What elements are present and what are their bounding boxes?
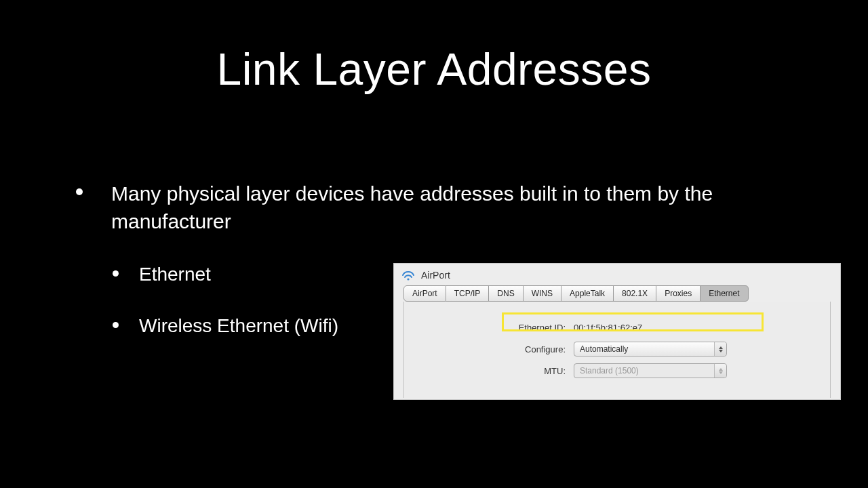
panel-header-label: AirPort	[421, 270, 450, 281]
tab-8021x[interactable]: 802.1X	[614, 285, 656, 302]
tab-dns[interactable]: DNS	[489, 285, 523, 302]
bullet-text-ethernet: Ethernet	[139, 262, 211, 287]
label-mtu: MTU:	[404, 366, 574, 376]
value-ethernet-id: 00:1f:5b:81:62:e7	[574, 323, 642, 333]
select-configure[interactable]: Automatically	[574, 342, 727, 357]
stepper-arrows-icon	[714, 342, 726, 356]
tab-airport[interactable]: AirPort	[403, 285, 446, 302]
bullet-dot-icon	[113, 322, 119, 328]
select-mtu-value: Standard (1500)	[580, 366, 639, 375]
label-ethernet-id: Ethernet ID:	[404, 323, 574, 333]
bullet-dot-icon	[76, 188, 83, 195]
select-mtu[interactable]: Standard (1500)	[574, 363, 727, 378]
label-configure: Configure:	[404, 344, 574, 354]
network-preferences-panel: AirPort AirPort TCP/IP DNS WINS AppleTal…	[393, 263, 841, 400]
slide-title: Link Layer Addresses	[0, 43, 868, 95]
tab-wins[interactable]: WINS	[524, 285, 561, 302]
row-configure: Configure: Automatically	[404, 340, 830, 359]
tab-tcpip[interactable]: TCP/IP	[446, 285, 490, 302]
airport-icon	[401, 269, 416, 281]
panel-body: Ethernet ID: 00:1f:5b:81:62:e7 Configure…	[403, 302, 831, 398]
slide: Link Layer Addresses Many physical layer…	[0, 0, 868, 488]
tab-appletalk[interactable]: AppleTalk	[561, 285, 614, 302]
bullet-item-main: Many physical layer devices have address…	[76, 180, 827, 235]
row-mtu: MTU: Standard (1500)	[404, 361, 830, 380]
panel-header: AirPort	[394, 264, 840, 285]
tab-bar: AirPort TCP/IP DNS WINS AppleTalk 802.1X…	[403, 285, 831, 302]
bullet-text-main: Many physical layer devices have address…	[111, 180, 827, 235]
svg-point-0	[407, 278, 409, 280]
tab-ethernet[interactable]: Ethernet	[701, 285, 748, 302]
select-configure-value: Automatically	[580, 344, 628, 354]
bullet-dot-icon	[113, 270, 119, 277]
bullet-text-wifi: Wireless Ethernet (Wifi)	[139, 314, 338, 338]
tab-proxies[interactable]: Proxies	[656, 285, 701, 302]
stepper-arrows-icon	[714, 364, 726, 378]
row-ethernet-id: Ethernet ID: 00:1f:5b:81:62:e7	[404, 318, 830, 337]
